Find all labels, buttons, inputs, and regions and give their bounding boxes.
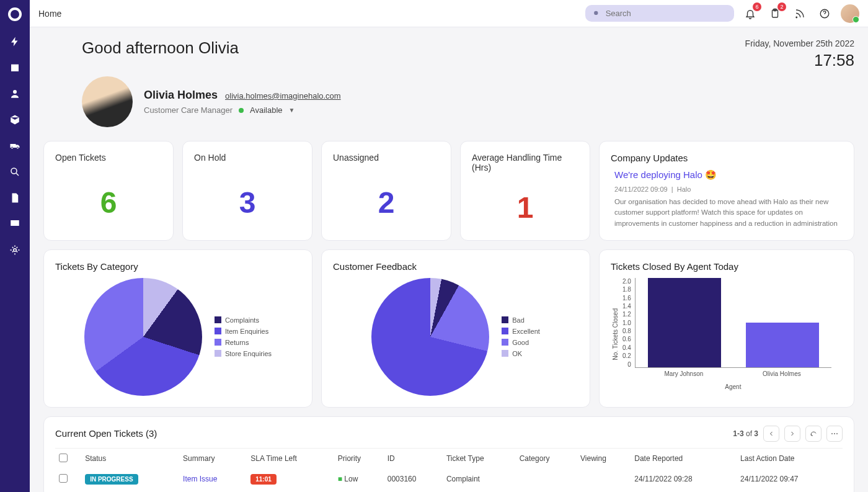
chart-title: Customer Feedback — [333, 261, 578, 272]
col-reported[interactable]: Date Reported — [631, 448, 737, 469]
bar-label: Olivia Holmes — [745, 370, 818, 377]
table-row[interactable]: IN PROGRESS Item Issue 11:01 ■ Low 00031… — [55, 469, 843, 490]
col-summary[interactable]: Summary — [179, 448, 247, 469]
row-checkbox[interactable] — [59, 474, 68, 483]
chart-title: Tickets Closed By Agent Today — [611, 261, 843, 272]
profile-name: Olivia Holmes — [144, 89, 218, 102]
svg-point-2 — [594, 11, 598, 14]
profile-email[interactable]: olivia.holmes@imaginehalo.com — [225, 91, 341, 101]
table-range: 1-3 — [733, 429, 743, 438]
open-tickets-table-card: Current Open Tickets (3) 1-3 of 3 ⋯ Stat… — [43, 416, 854, 492]
svg-point-0 — [11, 168, 17, 174]
legend-item: Store Enquiries — [225, 350, 272, 357]
ticket-id: 0003160 — [384, 469, 443, 490]
bar-mary — [648, 278, 721, 367]
avatar[interactable] — [841, 4, 859, 23]
gear-icon[interactable] — [9, 244, 20, 256]
search-input[interactable] — [606, 9, 727, 18]
updates-title: Company Updates — [611, 153, 843, 163]
bell-icon[interactable]: 6 — [742, 5, 759, 22]
x-axis-label: Agent — [635, 383, 831, 390]
col-status[interactable]: Status — [81, 448, 179, 469]
profile-status[interactable]: Available — [250, 105, 283, 115]
stat-unassigned: Unassigned 2 — [321, 141, 451, 241]
monitor-icon[interactable] — [9, 218, 20, 230]
document-icon[interactable] — [9, 192, 20, 204]
col-id[interactable]: ID — [384, 448, 443, 469]
col-type[interactable]: Ticket Type — [443, 448, 516, 469]
priority-value: Low — [344, 475, 358, 483]
truck-icon[interactable] — [9, 140, 20, 151]
next-page-button[interactable] — [784, 426, 800, 442]
col-priority[interactable]: Priority — [334, 448, 384, 469]
profile-block: Olivia Holmes olivia.holmes@imaginehalo.… — [82, 76, 854, 127]
update-date: 24/11/2022 09:09 — [614, 186, 668, 193]
last-action-date: 24/11/2022 09:47 — [737, 469, 843, 490]
clipboard-badge: 2 — [777, 2, 786, 11]
calendar-icon[interactable] — [9, 62, 20, 73]
status-badge: IN PROGRESS — [85, 474, 138, 485]
y-axis-ticks: 2.01.81.61.41.21.00.80.60.40.20 — [622, 278, 631, 368]
app-logo[interactable] — [8, 7, 22, 21]
profile-role: Customer Care Manager — [144, 105, 232, 115]
update-author: Halo — [677, 186, 691, 193]
customer-feedback-card: Customer Feedback Bad Excellent Good OK — [321, 249, 590, 408]
legend-item: Bad — [512, 316, 525, 324]
col-category[interactable]: Category — [516, 448, 577, 469]
update-body: Our organisation has decided to move ahe… — [611, 197, 843, 229]
stat-label: On Hold — [194, 153, 301, 163]
prev-page-button[interactable] — [763, 426, 779, 442]
legend-item: Item Enquiries — [225, 328, 268, 335]
tickets-by-category-card: Tickets By Category Complaints Item Enqu… — [43, 249, 312, 408]
search-input-wrap[interactable] — [585, 5, 734, 22]
package-icon[interactable] — [9, 114, 20, 125]
stat-on-hold: On Hold 3 — [182, 141, 312, 241]
refresh-button[interactable] — [805, 426, 822, 442]
sidebar — [0, 0, 30, 492]
search-icon — [593, 9, 601, 18]
col-sla[interactable]: SLA Time Left — [247, 448, 334, 469]
table-total: 3 — [754, 429, 758, 438]
help-icon[interactable] — [816, 5, 833, 22]
chevron-down-icon[interactable]: ▼ — [289, 107, 295, 114]
more-button[interactable]: ⋯ — [826, 426, 843, 442]
sla-badge: 11:01 — [250, 474, 277, 485]
legend-item: Excellent — [512, 328, 540, 335]
svg-point-1 — [14, 249, 17, 252]
status-dot-icon — [239, 108, 244, 113]
bars — [635, 278, 831, 368]
table-title: Current Open Tickets (3) — [55, 428, 157, 439]
stat-label: Unassigned — [333, 153, 440, 163]
current-time: 17:58 — [745, 51, 854, 70]
stat-aht: Average Handling Time (Hrs) 1 — [460, 141, 590, 241]
bar-olivia — [746, 323, 819, 367]
tickets-table: Status Summary SLA Time Left Priority ID… — [55, 448, 843, 490]
company-updates-card: Company Updates We're deploying Halo 🤩 2… — [599, 141, 854, 241]
date-reported: 24/11/2022 09:28 — [631, 469, 737, 490]
stat-open-tickets: Open Tickets 6 — [43, 141, 174, 241]
stat-value: 3 — [194, 176, 301, 229]
stat-value: 6 — [55, 176, 162, 229]
col-last-action[interactable]: Last Action Date — [737, 448, 843, 469]
topbar: Home 6 2 — [30, 0, 868, 27]
select-all-checkbox[interactable] — [59, 454, 68, 462]
col-viewing[interactable]: Viewing — [577, 448, 631, 469]
stat-label: Open Tickets — [55, 153, 162, 163]
clipboard-icon[interactable]: 2 — [766, 5, 784, 22]
profile-avatar — [82, 76, 133, 127]
ticket-type: Complaint — [443, 469, 516, 490]
breadcrumb-home[interactable]: Home — [38, 9, 61, 19]
pie-chart-categories — [84, 278, 202, 396]
user-icon[interactable] — [9, 88, 20, 99]
chart-title: Tickets By Category — [55, 261, 301, 272]
rss-icon[interactable] — [791, 5, 808, 22]
stat-value: 1 — [472, 186, 578, 229]
update-headline[interactable]: We're deploying Halo 🤩 — [611, 169, 843, 181]
bolt-icon[interactable] — [9, 36, 20, 47]
search-icon[interactable] — [9, 166, 20, 177]
y-axis-label: No. Tickets Closed — [611, 308, 619, 360]
notification-badge: 6 — [753, 2, 761, 11]
ticket-summary[interactable]: Item Issue — [183, 475, 217, 483]
legend-item: Good — [512, 339, 529, 346]
current-date: Friday, November 25th 2022 — [745, 38, 854, 48]
